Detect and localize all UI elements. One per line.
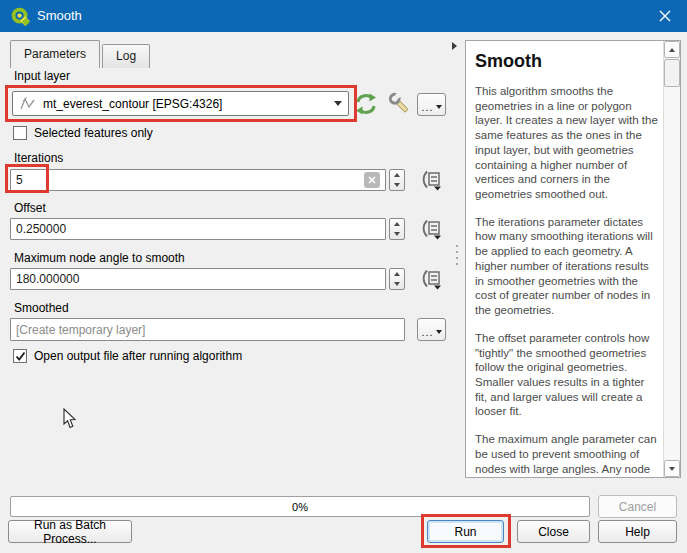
checkmark-icon <box>15 351 26 362</box>
data-defined-override-icon <box>419 168 443 192</box>
max-angle-spinner <box>389 268 405 290</box>
chevron-down-icon <box>334 101 342 106</box>
triangle-up-icon <box>394 272 400 276</box>
spin-up-button[interactable] <box>390 219 404 229</box>
triangle-up-icon <box>394 222 400 226</box>
help-paragraph: The offset parameter controls how "tight… <box>475 331 659 419</box>
close-button[interactable] <box>642 0 687 32</box>
iterate-icon <box>353 92 379 116</box>
spin-up-button[interactable] <box>390 170 404 180</box>
max-angle-value: 180.000000 <box>16 272 380 286</box>
run-button[interactable]: Run <box>427 520 504 543</box>
clear-x-icon <box>368 176 376 184</box>
offset-value: 0.250000 <box>16 222 380 236</box>
offset-input[interactable]: 0.250000 <box>10 218 386 240</box>
selected-features-checkbox[interactable]: Selected features only <box>13 126 153 140</box>
help-title: Smooth <box>475 51 659 72</box>
scroll-down-button[interactable] <box>664 460 680 477</box>
progress-bar: 0% <box>10 496 590 517</box>
iterations-data-defined-button[interactable] <box>417 167 445 193</box>
input-layer-value: mt_everest_contour [EPSG:4326] <box>43 97 334 111</box>
offset-spinner <box>389 218 405 240</box>
triangle-down-icon <box>394 232 400 236</box>
dropdown-caret-icon <box>436 105 442 109</box>
input-layer-label: Input layer <box>14 69 70 83</box>
triangle-up-icon <box>394 173 400 177</box>
mouse-cursor <box>62 408 78 430</box>
triangle-down-icon <box>669 467 675 471</box>
help-scrollbar[interactable] <box>663 41 680 477</box>
iterate-over-layer-button[interactable] <box>352 91 380 117</box>
iterations-spinner <box>389 169 405 191</box>
input-layer-combobox[interactable]: mt_everest_contour [EPSG:4326] <box>12 91 349 116</box>
window-title: Smooth <box>37 0 82 32</box>
checkbox-checked <box>13 349 27 363</box>
panel-splitter-handle[interactable] <box>456 245 458 265</box>
close-button-footer[interactable]: Close <box>517 520 590 543</box>
help-content: Smooth This algorithm smooths the geomet… <box>466 41 663 477</box>
triangle-down-icon <box>394 282 400 286</box>
iterations-value: 5 <box>16 173 360 187</box>
ellipsis-icon: ... <box>421 330 433 334</box>
smoothed-label: Smoothed <box>14 301 69 315</box>
max-angle-data-defined-button[interactable] <box>417 266 445 292</box>
ellipsis-icon: ... <box>421 105 433 109</box>
vector-line-layer-icon <box>19 96 37 112</box>
scrollbar-thumb[interactable] <box>664 59 680 87</box>
open-output-checkbox[interactable]: Open output file after running algorithm <box>13 349 242 363</box>
qgis-logo-icon <box>10 6 30 26</box>
cancel-button: Cancel <box>598 495 677 518</box>
smoothed-output-input[interactable]: [Create temporary layer] <box>10 318 405 341</box>
iterations-label: Iterations <box>14 151 63 165</box>
spin-down-button[interactable] <box>390 229 404 239</box>
help-paragraph: This algorithm smooths the geometries in… <box>475 84 659 202</box>
dropdown-caret-icon <box>436 330 442 334</box>
close-icon <box>659 10 671 22</box>
tab-bar: Parameters Log <box>10 40 152 68</box>
tab-log[interactable]: Log <box>102 44 150 68</box>
open-output-label: Open output file after running algorithm <box>34 349 242 363</box>
iterations-input[interactable]: 5 <box>10 169 386 191</box>
offset-label: Offset <box>14 201 46 215</box>
run-as-batch-button[interactable]: Run as Batch Process... <box>8 520 132 543</box>
smooth-dialog: Smooth Parameters Log Input layer mt_eve… <box>0 0 687 553</box>
smoothed-output-placeholder: [Create temporary layer] <box>16 323 399 337</box>
title-bar: Smooth <box>0 0 687 32</box>
max-angle-input[interactable]: 180.000000 <box>10 268 386 290</box>
data-defined-override-icon <box>419 217 443 241</box>
offset-data-defined-button[interactable] <box>417 216 445 242</box>
advanced-options-button[interactable] <box>385 89 413 117</box>
clear-value-button[interactable] <box>364 172 380 188</box>
smoothed-browse-button[interactable]: ... <box>417 318 446 341</box>
spin-down-button[interactable] <box>390 279 404 289</box>
input-layer-browse-button[interactable]: ... <box>417 93 446 116</box>
wrench-icon <box>386 90 412 116</box>
tab-parameters[interactable]: Parameters <box>10 40 100 68</box>
checkbox-unchecked <box>13 126 27 140</box>
selected-features-label: Selected features only <box>34 126 153 140</box>
help-button[interactable]: Help <box>598 520 677 543</box>
scroll-up-button[interactable] <box>664 41 680 58</box>
triangle-down-icon <box>394 183 400 187</box>
help-panel: Smooth This algorithm smooths the geomet… <box>465 40 681 478</box>
spin-down-button[interactable] <box>390 180 404 190</box>
help-paragraph: The maximum angle parameter can be used … <box>475 432 659 477</box>
collapse-help-arrow[interactable] <box>452 42 457 50</box>
triangle-up-icon <box>669 48 675 52</box>
max-angle-label: Maximum node angle to smooth <box>14 251 185 265</box>
help-paragraph: The iterations parameter dictates how ma… <box>475 215 659 318</box>
spin-up-button[interactable] <box>390 269 404 279</box>
data-defined-override-icon <box>419 267 443 291</box>
progress-value: 0% <box>292 501 308 513</box>
